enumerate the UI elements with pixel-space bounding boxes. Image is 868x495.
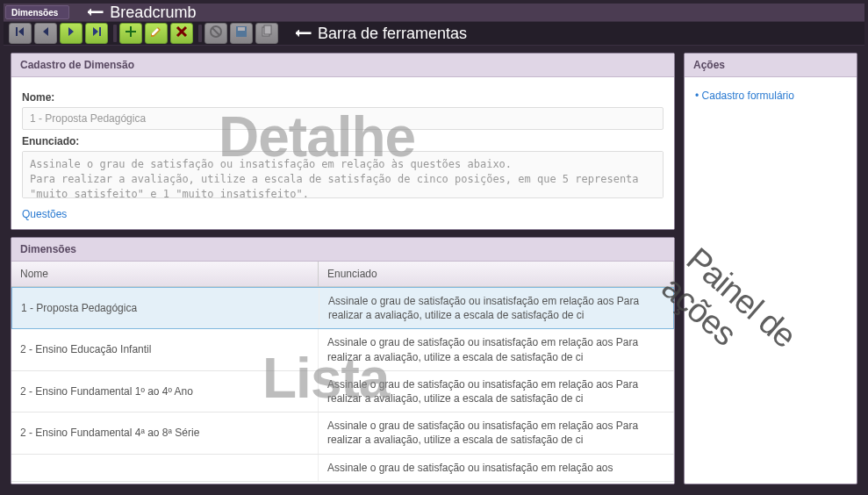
breadcrumb-label: Breadcrumb	[110, 4, 196, 22]
cell-name: 2 - Ensino Fundamental 1º ao 4º Ano	[11, 371, 319, 412]
list-panel-title: Dimensões	[11, 238, 674, 262]
copy-icon	[260, 25, 274, 42]
prev-button	[34, 23, 57, 44]
main-area: Cadastro de Dimensão Nome: Enunciado: As…	[4, 46, 864, 491]
cell-name	[11, 455, 319, 481]
statement-textarea[interactable]: Assinale o grau de satisfação ou insatis…	[22, 151, 664, 198]
right-column: Ações Cadastro formulário	[684, 53, 857, 484]
cell-statement: Assinale o grau de satisfação ou insatis…	[319, 288, 673, 328]
add-button[interactable]	[119, 23, 142, 44]
next-button[interactable]	[60, 23, 82, 44]
breadcrumb-item[interactable]: Dimensões	[5, 5, 69, 19]
cancel-icon	[209, 25, 223, 42]
cell-statement: Assinale o grau de satisfação ou insatis…	[319, 371, 674, 412]
left-column: Cadastro de Dimensão Nome: Enunciado: As…	[11, 53, 675, 484]
delete-button[interactable]	[170, 23, 193, 44]
name-input[interactable]	[22, 107, 664, 130]
last-icon	[90, 25, 104, 42]
last-button[interactable]	[85, 23, 108, 44]
cell-statement: Assinale o grau de satisfação ou insatis…	[319, 329, 674, 369]
cell-statement: Assinale o grau de satisfação ou insatis…	[319, 455, 674, 481]
cell-name: 2 - Ensino Educação Infantil	[11, 329, 319, 369]
arrow-left-icon: 🠔	[295, 24, 312, 44]
toolbar-annotation: 🠔Barra de ferramentas	[295, 24, 467, 44]
table-row[interactable]: 2 - Ensino Fundamental 4ª ao 8ª SérieAss…	[11, 412, 674, 454]
first-icon	[13, 25, 27, 42]
first-button	[9, 23, 32, 44]
col-header-statement[interactable]: Enunciado	[319, 262, 674, 286]
cell-name: 2 - Ensino Fundamental 4ª ao 8ª Série	[11, 412, 319, 453]
actions-panel-title: Ações	[685, 54, 857, 77]
edit-button[interactable]	[145, 23, 168, 44]
cell-name: 1 - Proposta Pedagógica	[12, 288, 319, 328]
grid-body[interactable]: 1 - Proposta PedagógicaAssinale o grau d…	[11, 287, 674, 484]
app-frame: Dimensões 🠔 Breadcrumb 🠔Barra de ferrame…	[0, 0, 868, 495]
table-row[interactable]: Assinale o grau de satisfação ou insatis…	[11, 455, 674, 482]
name-label: Nome:	[22, 91, 664, 104]
list-panel: Dimensões Nome Enunciado 1 - Proposta Pe…	[11, 237, 675, 484]
detail-panel: Cadastro de Dimensão Nome: Enunciado: As…	[11, 53, 675, 230]
breadcrumb-annotation: 🠔 Breadcrumb	[87, 3, 196, 23]
breadcrumb-bar: Dimensões 🠔 Breadcrumb	[4, 4, 864, 21]
statement-label: Enunciado:	[22, 135, 664, 147]
questions-link[interactable]: Questões	[22, 208, 67, 220]
add-icon	[124, 25, 138, 42]
svg-rect-4	[264, 25, 271, 34]
detail-panel-title: Cadastro de Dimensão	[11, 54, 674, 77]
toolbar: 🠔Barra de ferramentas	[4, 21, 864, 46]
actions-panel: Ações Cadastro formulário	[684, 53, 857, 484]
save-button	[230, 23, 253, 44]
table-row[interactable]: 2 - Ensino Fundamental 1º ao 4º AnoAssin…	[11, 371, 674, 412]
cancel-button	[204, 23, 227, 44]
col-header-name[interactable]: Nome	[11, 262, 319, 286]
toolbar-label: Barra de ferramentas	[318, 25, 467, 43]
save-icon	[234, 25, 248, 42]
cell-statement: Assinale o grau de satisfação ou insatis…	[319, 412, 674, 453]
action-link[interactable]: Cadastro formulário	[695, 86, 846, 105]
table-row[interactable]: 1 - Proposta PedagógicaAssinale o grau d…	[11, 287, 674, 329]
grid-header: Nome Enunciado	[11, 262, 674, 287]
toolbar-separator	[113, 25, 117, 42]
prev-icon	[39, 25, 53, 42]
copy-button	[255, 23, 278, 44]
svg-rect-2	[238, 27, 245, 31]
next-icon	[64, 25, 78, 42]
table-row[interactable]: 2 - Ensino Educação InfantilAssinale o g…	[11, 329, 674, 370]
toolbar-separator	[198, 25, 202, 42]
delete-icon	[175, 25, 189, 42]
arrow-left-icon: 🠔	[87, 3, 104, 23]
edit-icon	[149, 25, 163, 42]
